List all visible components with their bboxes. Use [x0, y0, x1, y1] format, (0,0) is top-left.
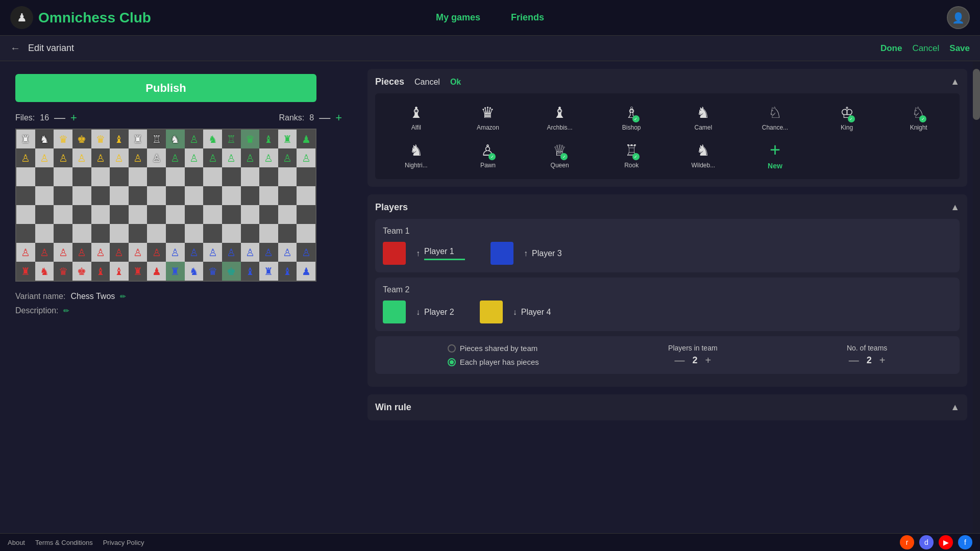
pieces-title: Pieces — [375, 77, 404, 87]
pieces-section: Pieces Cancel Ok ▲ ♝ Alfil ♛ Amazon — [368, 69, 967, 187]
description-edit-icon[interactable]: ✏ — [63, 307, 69, 315]
new-piece-button[interactable]: + New — [742, 139, 808, 171]
discord-icon[interactable]: d — [919, 535, 934, 549]
board-cell — [129, 186, 148, 205]
scrollbar[interactable] — [973, 61, 980, 533]
player1-details: Player 1 — [424, 247, 465, 260]
piece-rook[interactable]: ♖ ✓ Rook — [598, 139, 665, 171]
ranks-minus[interactable]: — — [319, 112, 330, 123]
piece-amazon[interactable]: ♛ Amazon — [455, 101, 522, 134]
scrollbar-thumb[interactable] — [973, 69, 980, 120]
my-games-link[interactable]: My games — [436, 12, 480, 23]
board-cell — [72, 224, 91, 243]
piece-knight[interactable]: ♘ ✓ Knight — [885, 101, 952, 134]
board-cell — [185, 224, 204, 243]
board-cell: ♛ — [241, 130, 260, 148]
pieces-ok-button[interactable]: Ok — [450, 78, 461, 87]
pieces-cancel-button[interactable]: Cancel — [414, 78, 440, 87]
players-minus-button[interactable]: — — [675, 355, 685, 366]
user-avatar[interactable]: 👤 — [947, 6, 970, 29]
piece-wildebeest[interactable]: ♞ Wildeb... — [670, 139, 737, 171]
facebook-icon[interactable]: f — [958, 535, 972, 549]
piece-pawn[interactable]: ♙ ✓ Pawn — [455, 139, 522, 171]
player4-name: Player 4 — [521, 308, 551, 317]
board-cell — [241, 224, 260, 243]
board-cell — [241, 186, 260, 205]
player3-color[interactable] — [491, 242, 513, 265]
piece-bishop[interactable]: ♗ ✓ Bishop — [598, 101, 665, 134]
bishop-check: ✓ — [632, 115, 640, 122]
each-player-radio[interactable] — [448, 358, 456, 366]
queen-label: Queen — [551, 162, 569, 169]
footer-privacy-link[interactable]: Privacy Policy — [103, 539, 144, 546]
piece-king[interactable]: ♔ ✓ King — [814, 101, 880, 134]
knight-label: Knight — [910, 124, 927, 131]
reddit-icon[interactable]: r — [900, 535, 914, 549]
board-cell — [166, 205, 185, 224]
board-cell: ♜ — [16, 262, 35, 281]
pieces-collapse-icon[interactable]: ▲ — [950, 77, 960, 87]
team2-players: ↓ Player 2 ↓ Player 4 — [383, 300, 952, 323]
players-collapse-icon[interactable]: ▲ — [950, 202, 960, 213]
team2-box: Team 2 ↓ Player 2 ↓ Player 4 — [375, 278, 960, 331]
win-rule-collapse-icon[interactable]: ▲ — [950, 402, 960, 413]
board-cell: ♜ — [129, 262, 148, 281]
players-section: Players ▲ Team 1 ↑ Player 1 — [368, 194, 967, 387]
board-cell — [54, 205, 72, 224]
ranks-plus[interactable]: + — [335, 112, 342, 123]
nightrider-label: Nightri... — [405, 162, 428, 169]
piece-camel[interactable]: ♞ Camel — [670, 101, 737, 134]
main-content: Publish Files: 16 — + Ranks: 8 — + ♜ ♞ ♛ — [0, 61, 980, 533]
board-cell: ♙ — [35, 148, 54, 167]
board-cell: ♙ — [166, 148, 185, 167]
piece-archbishop[interactable]: ♝ Archbis... — [526, 101, 593, 134]
board-cell — [35, 167, 54, 186]
board-cell: ♚ — [222, 262, 241, 281]
board-cell — [110, 224, 129, 243]
footer-terms-link[interactable]: Terms & Conditions — [35, 539, 93, 546]
rook-label: Rook — [624, 162, 639, 169]
files-minus[interactable]: — — [54, 112, 65, 123]
player4-color[interactable] — [480, 300, 503, 323]
variant-name-label: Variant name: — [15, 292, 65, 301]
players-plus-button[interactable]: + — [705, 355, 712, 366]
pieces-shared-radio[interactable] — [448, 344, 456, 353]
amazon-icon: ♛ — [481, 104, 495, 121]
teams-minus-button[interactable]: — — [849, 355, 859, 366]
back-button[interactable]: ← — [10, 42, 20, 54]
friends-link[interactable]: Friends — [511, 12, 544, 23]
board-cell: ♙ — [278, 148, 297, 167]
piece-alfil[interactable]: ♝ Alfil — [383, 101, 450, 134]
board-controls: Files: 16 — + Ranks: 8 — + — [15, 112, 342, 123]
player1-info: ↑ Player 1 — [416, 247, 465, 260]
board-cell: ♛ — [203, 262, 222, 281]
board-cell: ♙ — [297, 243, 315, 262]
each-player-option[interactable]: Each player has pieces — [448, 358, 539, 366]
pieces-shared-option[interactable]: Pieces shared by team — [448, 344, 539, 353]
players-in-team-value: 2 — [693, 355, 698, 366]
save-button[interactable]: Save — [949, 43, 970, 54]
footer-about-link[interactable]: About — [8, 539, 25, 546]
bishop-icon-wrap: ♗ ✓ — [625, 104, 639, 121]
board-cell: ♙ — [241, 243, 260, 262]
piece-nightrider[interactable]: ♞ Nightri... — [383, 139, 450, 171]
board-cell — [259, 186, 278, 205]
board-cell: ♙ — [147, 148, 166, 167]
youtube-icon[interactable]: ▶ — [939, 535, 953, 549]
files-plus[interactable]: + — [70, 112, 77, 123]
board-cell: ♟ — [297, 262, 315, 281]
done-button[interactable]: Done — [880, 43, 902, 54]
board-cell — [91, 167, 110, 186]
cancel-button[interactable]: Cancel — [912, 43, 939, 54]
chess-board[interactable]: ♜ ♞ ♛ ♚ ♛ ♝ ♜ ♖ ♞ ♙ ♞ ♖ ♛ ♝ ♜ ♟ ♙ ♙ — [15, 129, 316, 282]
camel-label: Camel — [694, 124, 712, 131]
player1-color[interactable] — [383, 242, 406, 265]
player2-color[interactable] — [383, 300, 406, 323]
board-cell: ♙ — [185, 130, 204, 148]
piece-queen[interactable]: ♕ ✓ Queen — [526, 139, 593, 171]
each-player-dot — [450, 360, 454, 364]
variant-name-edit-icon[interactable]: ✏ — [120, 292, 126, 300]
teams-plus-button[interactable]: + — [879, 355, 886, 366]
piece-chancellor[interactable]: ♘ Chance... — [742, 101, 808, 134]
publish-button[interactable]: Publish — [15, 74, 316, 102]
